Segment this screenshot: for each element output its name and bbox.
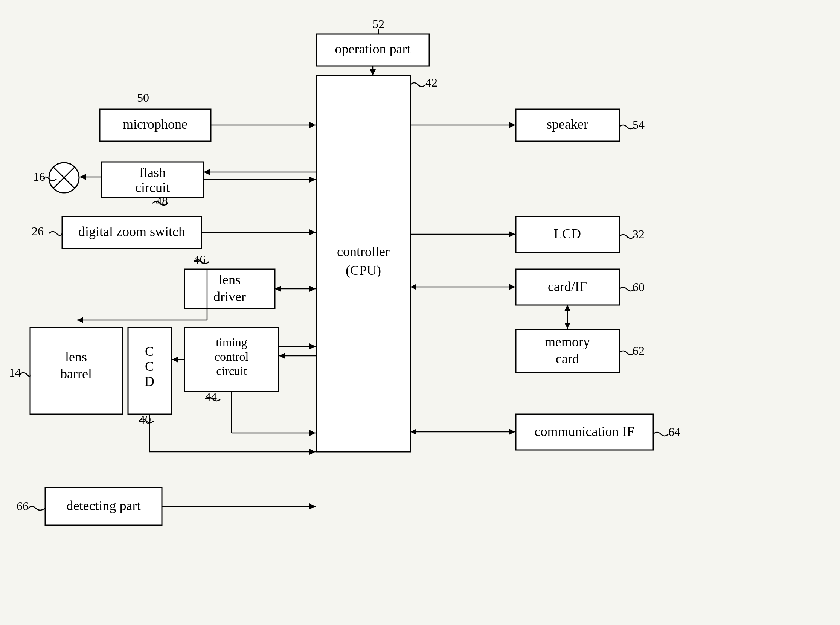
memory-card-label2: card xyxy=(556,351,579,366)
timing-control-label1: timing xyxy=(216,336,247,349)
ref-52: 52 xyxy=(372,17,384,31)
timing-control-label3: circuit xyxy=(216,364,247,378)
digital-zoom-switch-label: digital zoom switch xyxy=(78,224,185,239)
ccd-label1: C xyxy=(145,344,154,359)
ref-44: 44 xyxy=(205,390,217,404)
ref-54: 54 xyxy=(633,118,645,131)
detecting-part-label: detecting part xyxy=(67,498,141,513)
memory-card-label1: memory xyxy=(545,334,590,350)
diagram-container: operation part 52 controller (CPU) 42 mi… xyxy=(0,0,840,625)
ref-48: 48 xyxy=(156,194,168,208)
flash-circuit-label1: flash xyxy=(139,165,166,180)
ref-50: 50 xyxy=(137,91,149,104)
lens-barrel-label2: barrel xyxy=(60,366,92,381)
ref-42: 42 xyxy=(425,76,437,89)
lens-barrel-label1: lens xyxy=(65,350,87,364)
ref-64: 64 xyxy=(668,425,680,438)
lens-driver-label2: driver xyxy=(213,289,246,304)
ref-46: 46 xyxy=(193,253,205,266)
controller-label1: controller xyxy=(337,244,390,259)
ref-16: 16 xyxy=(33,170,45,183)
lcd-label: LCD xyxy=(554,226,581,241)
controller-label2: (CPU) xyxy=(345,263,381,278)
ref-66: 66 xyxy=(17,499,29,513)
ref-32: 32 xyxy=(633,227,645,241)
communication-if-label: communication IF xyxy=(535,424,635,439)
ref-14: 14 xyxy=(9,365,21,379)
svg-rect-0 xyxy=(0,0,840,625)
flash-circuit-label2: circuit xyxy=(135,180,170,195)
lens-driver-label1: lens xyxy=(219,272,241,287)
ccd-label2: C xyxy=(145,359,154,374)
speaker-label: speaker xyxy=(547,117,588,132)
ref-62: 62 xyxy=(633,344,645,357)
microphone-label: microphone xyxy=(123,117,188,132)
timing-control-label2: control xyxy=(215,350,249,363)
operation-part-label: operation part xyxy=(335,41,411,56)
ref-60: 60 xyxy=(633,280,645,294)
ccd-label3: D xyxy=(145,374,154,389)
card-if-label: card/IF xyxy=(548,279,587,294)
ref-26: 26 xyxy=(32,224,44,238)
